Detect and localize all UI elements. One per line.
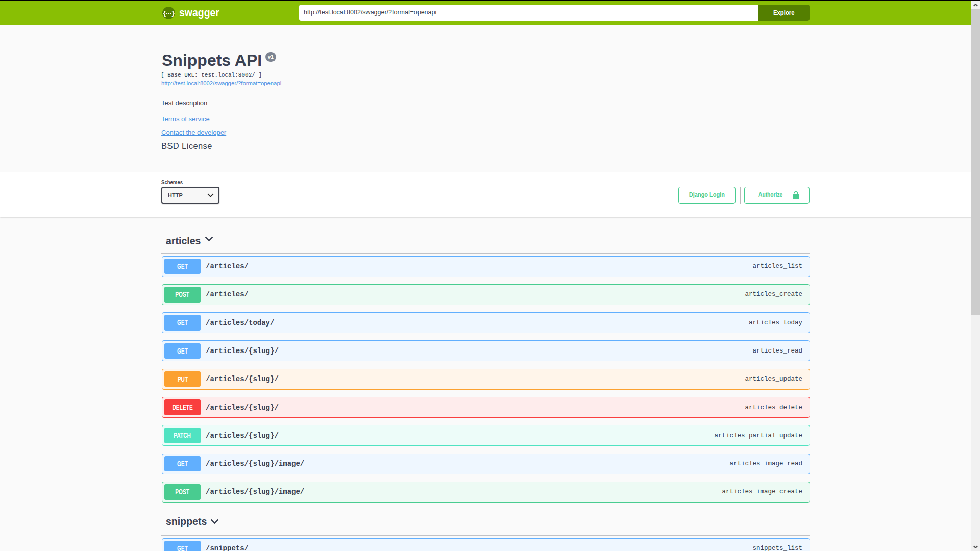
svg-text:{···}: {···} — [163, 9, 175, 17]
